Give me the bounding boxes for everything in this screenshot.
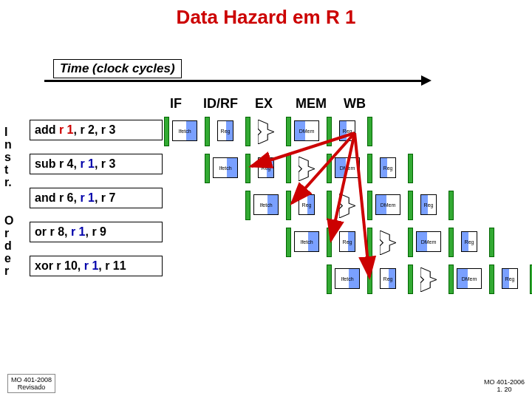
instr-row: or r 8, r 1, r 9 — [30, 222, 163, 242]
instr-row: xor r 10, r 1, r 11 — [30, 256, 163, 276]
stage-mem: MEM — [296, 96, 327, 112]
stage-box: Ifetch — [253, 194, 279, 215]
stage-box: DMem — [294, 120, 319, 141]
stage-wb: WB — [344, 96, 366, 112]
footer-text: MO 401-2008 — [11, 376, 52, 383]
instr-args: , r 7 — [95, 191, 115, 204]
pipeline-latch-bar — [245, 154, 250, 183]
time-axis-arrow — [44, 80, 421, 82]
instr-src: r 1 — [71, 225, 86, 238]
instr-args: r 10, — [56, 259, 83, 272]
instr-src: r 1 — [80, 157, 95, 170]
alu-icon — [339, 194, 355, 216]
instr-row: add r 1, r 2, r 3 — [30, 120, 163, 140]
footer-right: MO 401-2006 1. 20 — [484, 378, 525, 393]
pipeline-latch-bar — [408, 191, 413, 220]
pipeline-latch-bar — [367, 117, 372, 146]
pipeline-latch-bar — [367, 265, 372, 294]
stage-box: Reg — [420, 194, 437, 215]
alu-icon — [258, 120, 274, 142]
stage-box: Reg — [461, 231, 477, 252]
pipeline-latch-bar — [286, 191, 291, 220]
pipeline-latch-bar — [367, 228, 372, 257]
pipeline-latch-bar — [286, 117, 291, 146]
instr-args: r 8, — [50, 225, 70, 238]
stage-box: Ifetch — [335, 268, 360, 289]
stage-box: DMem — [335, 157, 360, 178]
stage-box: Reg — [502, 268, 518, 289]
stage-box: Reg — [380, 157, 396, 178]
pipeline-latch-bar — [449, 191, 454, 220]
pipeline-latch-bar — [408, 154, 413, 183]
pipeline-latch-bar — [245, 117, 250, 146]
stage-box: Ifetch — [294, 231, 319, 252]
stage-box: DMem — [457, 268, 482, 289]
pipeline-latch-bar — [327, 265, 332, 294]
alu-icon — [380, 231, 396, 253]
stage-box: Ifetch — [172, 120, 197, 141]
instr-dest: r 1 — [59, 123, 74, 136]
stage-box: Reg — [299, 194, 315, 215]
stage-box: Ifetch — [213, 157, 238, 178]
pipeline-latch-bar — [408, 228, 413, 257]
pipeline-latch-bar — [367, 191, 372, 220]
pipeline-latch-bar — [408, 265, 413, 294]
pipeline-latch-bar — [245, 191, 250, 220]
time-axis-label: Time (clock cycles) — [53, 59, 182, 78]
svg-line-2 — [331, 133, 355, 240]
stage-if: IF — [170, 96, 182, 112]
instr-op: sub — [35, 157, 55, 170]
instr-op: xor — [35, 259, 53, 272]
stage-id: ID/RF — [203, 96, 238, 112]
pipeline-latch-bar — [327, 191, 332, 220]
stage-box: Reg — [380, 268, 396, 289]
page-title: Data Hazard em R 1 — [0, 6, 532, 29]
side-label-instr: I n s t r. — [4, 126, 12, 188]
pipeline-latch-bar — [205, 154, 210, 183]
instr-args: , r 3 — [95, 157, 115, 170]
footer-text: 1. 20 — [484, 386, 525, 393]
pipeline-latch-bar — [367, 154, 372, 183]
instr-src: r 1 — [84, 259, 99, 272]
stage-box: Reg — [339, 231, 355, 252]
stage-box: DMem — [375, 194, 400, 215]
pipeline-latch-bar — [449, 228, 454, 257]
pipeline-latch-bar — [327, 117, 332, 146]
instr-op: and — [35, 191, 55, 204]
pipeline-latch-bar — [327, 154, 332, 183]
pipeline-latch-bar — [449, 265, 454, 294]
stage-box: DMem — [416, 231, 441, 252]
instr-rest: , r 2, r 3 — [73, 123, 115, 136]
pipeline-latch-bar — [286, 228, 291, 257]
instr-op: or — [35, 225, 47, 238]
instr-op: add — [35, 123, 55, 136]
instr-args: r 6, — [59, 191, 80, 204]
instr-row: and r 6, r 1, r 7 — [30, 188, 163, 208]
pipeline-latch-bar — [489, 228, 494, 257]
instruction-column: add r 1, r 2, r 3 sub r 4, r 1, r 3 and … — [30, 120, 163, 290]
footer-left: MO 401-2008 Revisado — [7, 374, 55, 393]
alu-icon — [299, 157, 315, 179]
stage-box: Reg — [258, 157, 274, 178]
stage-ex: EX — [255, 96, 273, 112]
pipeline-latch-bar — [205, 117, 210, 146]
stage-box: Reg — [217, 120, 233, 141]
pipeline-latch-bar — [489, 265, 494, 294]
instr-args: , r 11 — [98, 259, 126, 272]
pipeline-latch-bar — [327, 228, 332, 257]
footer-text: MO 401-2006 — [484, 378, 525, 386]
footer-text: Revisado — [11, 383, 52, 391]
pipeline-latch-bar — [286, 154, 291, 183]
instr-args: r 4, — [59, 157, 80, 170]
pipeline-latch-bar — [164, 117, 169, 146]
alu-icon — [420, 267, 437, 290]
side-label-order: O r d e r — [4, 214, 13, 277]
instr-src: r 1 — [80, 191, 95, 204]
stage-box: Reg — [339, 120, 355, 141]
instr-args: , r 9 — [86, 225, 106, 238]
instr-row: sub r 4, r 1, r 3 — [30, 154, 163, 174]
